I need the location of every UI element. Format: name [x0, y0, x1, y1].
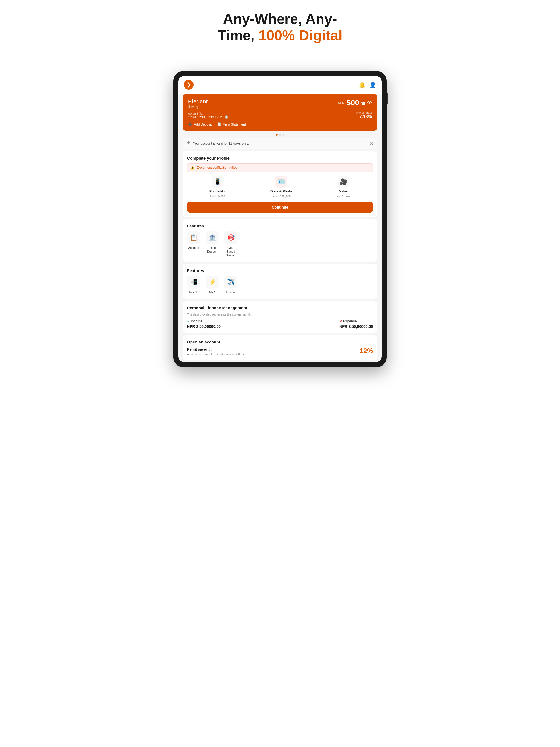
open-account-section: Open an account Remit saver ⓘ Activate t… — [183, 335, 377, 360]
features-section-1: Features 📋 Account 🏦 FixedDeposit 🎯 Goal… — [183, 219, 377, 262]
step-docs-limit: Limit - 1,00,000 — [272, 195, 291, 198]
dot-2 — [282, 134, 284, 136]
account-no: 1234 1234 1234 1234 📋 — [188, 115, 229, 119]
error-icon: ⚠️ — [190, 166, 195, 170]
clock-icon: ⏱ — [186, 141, 191, 146]
step-phone: 📱 Phone No. Limit - 5,000 — [209, 176, 226, 198]
step-phone-name: Phone No. — [209, 189, 226, 193]
personal-finance-section: Personal Finance Management The data pro… — [183, 301, 377, 333]
header-icons: 🔔 👤 — [359, 81, 376, 88]
account-info: Elegant Saving — [188, 98, 208, 108]
income-label: ↙ Income — [187, 319, 221, 323]
account-icon: 📋 — [187, 231, 200, 244]
dot-1 — [279, 134, 281, 136]
features-grid-1: 📋 Account 🏦 FixedDeposit 🎯 GoalBasedSavi… — [187, 231, 373, 258]
hero-section: Any-Where, Any- Time, 100% Digital — [218, 11, 342, 57]
step-phone-limit: Limit - 5,000 — [210, 195, 225, 198]
info-icon: ⓘ — [209, 347, 212, 352]
remit-info: Remit saver ⓘ Activate to earn interest … — [187, 347, 246, 356]
account-balance: NPR 500.00 👁 — [338, 98, 372, 107]
account-card-top: Elegant Saving NPR 500.00 👁 — [188, 98, 372, 108]
alert-text: ⏱ Your account is valid for 15 days only… — [186, 141, 249, 146]
alert-bar: ⏱ Your account is valid for 15 days only… — [183, 138, 377, 149]
account-number-row: Account No. 1234 1234 1234 1234 📋 Intere… — [188, 111, 372, 119]
view-statement-btn[interactable]: 📄 View Statement — [217, 123, 246, 126]
hero-title: Any-Where, Any- Time, 100% Digital — [218, 11, 342, 44]
income-arrow-icon: ↙ — [187, 319, 190, 323]
interest-label: Interest Rate — [356, 111, 372, 114]
nea-icon: ⚡ — [206, 276, 219, 289]
step-video-limit: Full Access — [337, 195, 351, 198]
features-title-2: Features — [187, 268, 373, 273]
pagination-dots — [178, 134, 382, 136]
error-text: Document verification failed — [197, 166, 237, 170]
airlines-icon: ✈️ — [224, 276, 237, 289]
feature-nea[interactable]: ⚡ NEA — [206, 276, 219, 294]
open-account-title: Open an account — [187, 340, 373, 344]
account-type: Saving — [188, 105, 208, 108]
phone-step-icon: 📱 — [212, 176, 224, 188]
interest-value: 7.13% — [356, 114, 372, 119]
feature-topup[interactable]: 📲 Top Up — [187, 276, 200, 294]
feature-fd-name: FixedDeposit — [207, 246, 217, 254]
tablet-device: ❯ 🔔 👤 Elegant Saving NPR 500.00 👁 — [173, 71, 387, 367]
logo-symbol: ❯ — [187, 82, 191, 88]
step-video-name: Video — [339, 189, 348, 193]
continue-button[interactable]: Continue — [187, 202, 373, 213]
feature-nea-name: NEA — [209, 290, 215, 294]
dot-active — [276, 134, 278, 136]
expense-label: ↗ Expense — [339, 319, 373, 323]
app-logo[interactable]: ❯ — [184, 80, 194, 90]
account-name: Elegant — [188, 98, 208, 105]
pf-subtitle: The data provided represents the current… — [187, 313, 373, 316]
add-deposit-icon: ➕ — [188, 123, 192, 126]
step-docs-name: Docs & Photo — [271, 189, 292, 193]
profile-steps: 📱 Phone No. Limit - 5,000 🪪 Docs & Photo… — [187, 176, 373, 198]
interest-block: Interest Rate 7.13% — [356, 111, 372, 119]
account-no-label: Account No. — [188, 112, 229, 115]
card-actions: ➕ Add Deposit 📄 View Statement — [188, 123, 372, 126]
statement-icon: 📄 — [217, 123, 221, 126]
feature-airlines-name: Airlines — [226, 290, 236, 294]
pf-row: ↙ Income NPR 2,50,00000.00 ↗ Expense NPR… — [187, 319, 373, 329]
feature-airlines[interactable]: ✈️ Airlines — [224, 276, 237, 294]
expense-arrow-icon: ↗ — [339, 319, 342, 323]
income-item: ↙ Income NPR 2,50,00000.00 — [187, 319, 221, 329]
close-icon[interactable]: ✕ — [370, 140, 374, 147]
expense-item: ↗ Expense NPR 2,50,00000.00 — [339, 319, 373, 329]
hero-line2: Time, — [218, 27, 258, 43]
feature-goal-saving[interactable]: 🎯 GoalBasedSaving — [224, 231, 237, 258]
balance-amount: 500.00 — [347, 98, 365, 107]
hero-highlight: 100% Digital — [258, 27, 342, 43]
balance-label: NPR — [338, 101, 344, 104]
step-video: 🎥 Video Full Access — [337, 176, 351, 198]
feature-fixed-deposit[interactable]: 🏦 FixedDeposit — [206, 231, 219, 258]
copy-icon[interactable]: 📋 — [225, 115, 229, 119]
income-amount: NPR 2,50,00000.00 — [187, 324, 221, 329]
hero-line1: Any-Where, Any- — [223, 11, 337, 27]
complete-profile-section: Complete your Profile ⚠️ Document verifi… — [183, 152, 377, 217]
pf-title: Personal Finance Management — [187, 305, 373, 310]
account-card: Elegant Saving NPR 500.00 👁 Account No. … — [183, 94, 377, 131]
feature-goal-name: GoalBasedSaving — [226, 246, 235, 258]
complete-profile-title: Complete your Profile — [187, 156, 373, 160]
goal-saving-icon: 🎯 — [224, 231, 237, 244]
topup-icon: 📲 — [187, 276, 200, 289]
add-deposit-btn[interactable]: ➕ Add Deposit — [188, 123, 212, 126]
error-banner: ⚠️ Document verification failed — [187, 163, 373, 172]
remit-desc: Activate to earn interest rate from remi… — [187, 353, 246, 356]
step-docs: 🪪 Docs & Photo Limit - 1,00,000 — [271, 176, 292, 198]
expense-amount: NPR 2,50,00000.00 — [339, 324, 373, 329]
remit-name: Remit saver ⓘ — [187, 347, 246, 352]
user-icon[interactable]: 👤 — [370, 81, 376, 88]
features-title-1: Features — [187, 224, 373, 228]
remit-rate: 12% — [360, 347, 373, 355]
app-header: ❯ 🔔 👤 — [178, 76, 382, 94]
fixed-deposit-icon: 🏦 — [206, 231, 219, 244]
eye-icon[interactable]: 👁 — [367, 100, 372, 105]
features-section-2: Features 📲 Top Up ⚡ NEA ✈️ Airlines — [183, 264, 377, 299]
bell-icon[interactable]: 🔔 — [359, 81, 365, 88]
tablet-screen: ❯ 🔔 👤 Elegant Saving NPR 500.00 👁 — [178, 76, 382, 362]
feature-account-name: Account — [188, 246, 199, 250]
feature-account[interactable]: 📋 Account — [187, 231, 200, 258]
